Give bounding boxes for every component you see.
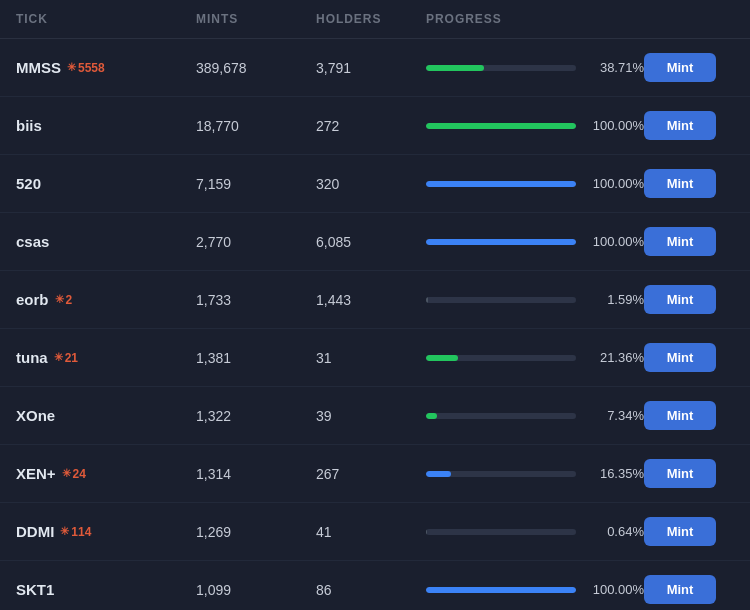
tick-cell: SKT1: [16, 581, 196, 598]
mint-button-cell: Mint: [644, 459, 734, 488]
progress-cell: 100.00%: [426, 582, 644, 597]
progress-cell: 1.59%: [426, 292, 644, 307]
mints-value: 7,159: [196, 176, 316, 192]
holders-value: 41: [316, 524, 426, 540]
tick-name: biis: [16, 117, 42, 134]
col-progress: PROGRESS: [426, 12, 644, 26]
table-row: biis18,770272100.00%Mint: [0, 97, 750, 155]
tick-cell: tuna✳21: [16, 349, 196, 366]
hot-badge: ✳24: [62, 467, 86, 481]
progress-cell: 100.00%: [426, 176, 644, 191]
tick-cell: 520: [16, 175, 196, 192]
mints-value: 1,314: [196, 466, 316, 482]
mints-value: 18,770: [196, 118, 316, 134]
progress-percentage: 100.00%: [586, 582, 644, 597]
table-row: 5207,159320100.00%Mint: [0, 155, 750, 213]
tick-cell: MMSS✳5558: [16, 59, 196, 76]
fire-icon: ✳: [62, 467, 71, 480]
holders-value: 6,085: [316, 234, 426, 250]
progress-bar-fill: [426, 239, 576, 245]
main-table: TICK MINTS HOLDERS PROGRESS MMSS✳5558389…: [0, 0, 750, 610]
holders-value: 39: [316, 408, 426, 424]
progress-bar-background: [426, 587, 576, 593]
holders-value: 3,791: [316, 60, 426, 76]
progress-cell: 38.71%: [426, 60, 644, 75]
progress-percentage: 100.00%: [586, 234, 644, 249]
progress-bar-fill: [426, 297, 428, 303]
mint-button[interactable]: Mint: [644, 517, 716, 546]
tick-name: tuna: [16, 349, 48, 366]
hot-badge: ✳5558: [67, 61, 105, 75]
mint-button-cell: Mint: [644, 285, 734, 314]
progress-percentage: 16.35%: [586, 466, 644, 481]
mints-value: 1,381: [196, 350, 316, 366]
mints-value: 1,733: [196, 292, 316, 308]
mint-button[interactable]: Mint: [644, 401, 716, 430]
table-row: eorb✳21,7331,4431.59%Mint: [0, 271, 750, 329]
mints-value: 2,770: [196, 234, 316, 250]
progress-bar-fill: [426, 355, 458, 361]
progress-bar-fill: [426, 471, 451, 477]
table-row: MMSS✳5558389,6783,79138.71%Mint: [0, 39, 750, 97]
progress-percentage: 0.64%: [586, 524, 644, 539]
progress-bar-background: [426, 181, 576, 187]
mint-button[interactable]: Mint: [644, 575, 716, 604]
mint-button[interactable]: Mint: [644, 343, 716, 372]
progress-cell: 7.34%: [426, 408, 644, 423]
mint-button[interactable]: Mint: [644, 459, 716, 488]
progress-bar-fill: [426, 123, 576, 129]
mint-button-cell: Mint: [644, 343, 734, 372]
fire-icon: ✳: [55, 293, 64, 306]
holders-value: 1,443: [316, 292, 426, 308]
hot-count: 114: [71, 525, 91, 539]
mint-button-cell: Mint: [644, 401, 734, 430]
mint-button[interactable]: Mint: [644, 111, 716, 140]
progress-bar-fill: [426, 413, 437, 419]
mint-button-cell: Mint: [644, 575, 734, 604]
tick-cell: biis: [16, 117, 196, 134]
col-tick: TICK: [16, 12, 196, 26]
table-body: MMSS✳5558389,6783,79138.71%Mintbiis18,77…: [0, 39, 750, 610]
mints-value: 1,269: [196, 524, 316, 540]
progress-percentage: 21.36%: [586, 350, 644, 365]
tick-name: MMSS: [16, 59, 61, 76]
mint-button-cell: Mint: [644, 517, 734, 546]
holders-value: 31: [316, 350, 426, 366]
mint-button[interactable]: Mint: [644, 285, 716, 314]
hot-count: 5558: [78, 61, 105, 75]
progress-bar-background: [426, 471, 576, 477]
mints-value: 389,678: [196, 60, 316, 76]
mint-button[interactable]: Mint: [644, 53, 716, 82]
table-row: XOne1,322397.34%Mint: [0, 387, 750, 445]
hot-badge: ✳2: [55, 293, 73, 307]
tick-name: XOne: [16, 407, 55, 424]
progress-cell: 21.36%: [426, 350, 644, 365]
fire-icon: ✳: [60, 525, 69, 538]
progress-cell: 100.00%: [426, 234, 644, 249]
progress-bar-background: [426, 123, 576, 129]
table-row: SKT11,09986100.00%Mint: [0, 561, 750, 610]
tick-name: 520: [16, 175, 41, 192]
holders-value: 267: [316, 466, 426, 482]
mint-button-cell: Mint: [644, 53, 734, 82]
mints-value: 1,099: [196, 582, 316, 598]
tick-name: csas: [16, 233, 49, 250]
holders-value: 320: [316, 176, 426, 192]
holders-value: 272: [316, 118, 426, 134]
tick-name: eorb: [16, 291, 49, 308]
col-action: [644, 12, 734, 26]
progress-bar-background: [426, 297, 576, 303]
mint-button[interactable]: Mint: [644, 227, 716, 256]
hot-badge: ✳114: [60, 525, 91, 539]
hot-count: 2: [66, 293, 73, 307]
progress-percentage: 100.00%: [586, 118, 644, 133]
tick-name: XEN+: [16, 465, 56, 482]
mint-button[interactable]: Mint: [644, 169, 716, 198]
tick-name: SKT1: [16, 581, 54, 598]
hot-count: 21: [65, 351, 78, 365]
tick-cell: XOne: [16, 407, 196, 424]
progress-bar-fill: [426, 181, 576, 187]
mints-value: 1,322: [196, 408, 316, 424]
tick-cell: eorb✳2: [16, 291, 196, 308]
table-row: DDMI✳1141,269410.64%Mint: [0, 503, 750, 561]
